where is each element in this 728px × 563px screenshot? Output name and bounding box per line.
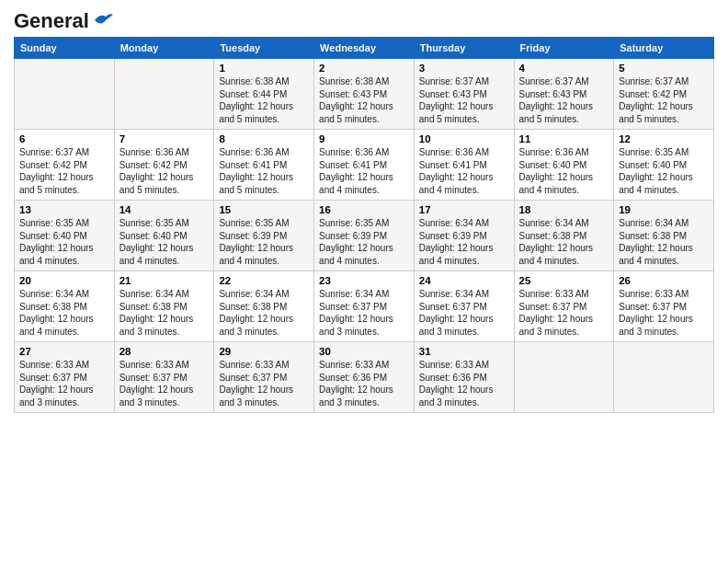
day-info: Sunrise: 6:36 AMSunset: 6:41 PMDaylight:… <box>419 146 509 196</box>
day-info: Sunrise: 6:33 AMSunset: 6:37 PMDaylight:… <box>219 359 309 408</box>
calendar-week-4: 20Sunrise: 6:34 AMSunset: 6:38 PMDayligh… <box>15 271 714 342</box>
day-number: 14 <box>119 204 210 215</box>
calendar-cell: 12Sunrise: 6:35 AMSunset: 6:40 PMDayligh… <box>614 130 714 201</box>
calendar-cell: 17Sunrise: 6:34 AMSunset: 6:39 PMDayligh… <box>414 201 514 271</box>
day-number: 23 <box>319 275 409 286</box>
day-number: 6 <box>19 133 109 144</box>
day-info: Sunrise: 6:34 AMSunset: 6:37 PMDaylight:… <box>319 288 409 338</box>
day-info: Sunrise: 6:33 AMSunset: 6:36 PMDaylight:… <box>319 359 409 408</box>
logo-bird-icon <box>93 11 113 28</box>
day-info: Sunrise: 6:33 AMSunset: 6:37 PMDaylight:… <box>119 359 210 408</box>
day-info: Sunrise: 6:35 AMSunset: 6:40 PMDaylight:… <box>619 146 709 196</box>
col-header-monday: Monday <box>114 38 214 59</box>
calendar-cell: 8Sunrise: 6:36 AMSunset: 6:41 PMDaylight… <box>214 130 314 201</box>
calendar-cell: 20Sunrise: 6:34 AMSunset: 6:38 PMDayligh… <box>15 271 115 342</box>
header: General <box>14 9 714 29</box>
day-info: Sunrise: 6:36 AMSunset: 6:41 PMDaylight:… <box>219 146 309 196</box>
calendar-cell: 4Sunrise: 6:37 AMSunset: 6:43 PMDaylight… <box>514 59 614 130</box>
day-number: 1 <box>219 63 309 74</box>
calendar-cell: 21Sunrise: 6:34 AMSunset: 6:38 PMDayligh… <box>114 271 214 342</box>
day-number: 2 <box>319 63 409 74</box>
calendar-cell: 26Sunrise: 6:33 AMSunset: 6:37 PMDayligh… <box>614 271 714 342</box>
col-header-saturday: Saturday <box>614 38 714 59</box>
calendar-cell: 9Sunrise: 6:36 AMSunset: 6:41 PMDaylight… <box>314 130 415 201</box>
calendar-cell: 23Sunrise: 6:34 AMSunset: 6:37 PMDayligh… <box>314 271 415 342</box>
day-info: Sunrise: 6:35 AMSunset: 6:40 PMDaylight:… <box>119 217 210 267</box>
calendar-cell: 18Sunrise: 6:34 AMSunset: 6:38 PMDayligh… <box>514 201 614 271</box>
day-number: 17 <box>419 204 509 215</box>
calendar-cell: 5Sunrise: 6:37 AMSunset: 6:42 PMDaylight… <box>614 59 714 130</box>
col-header-thursday: Thursday <box>414 38 514 59</box>
day-info: Sunrise: 6:36 AMSunset: 6:42 PMDaylight:… <box>119 146 210 196</box>
calendar-cell: 10Sunrise: 6:36 AMSunset: 6:41 PMDayligh… <box>414 130 514 201</box>
col-header-wednesday: Wednesday <box>314 38 415 59</box>
calendar-week-2: 6Sunrise: 6:37 AMSunset: 6:42 PMDaylight… <box>15 130 714 201</box>
calendar-cell: 27Sunrise: 6:33 AMSunset: 6:37 PMDayligh… <box>15 342 115 413</box>
calendar-cell: 28Sunrise: 6:33 AMSunset: 6:37 PMDayligh… <box>114 342 214 413</box>
calendar-cell <box>114 59 214 130</box>
day-info: Sunrise: 6:35 AMSunset: 6:40 PMDaylight:… <box>19 217 109 267</box>
day-info: Sunrise: 6:33 AMSunset: 6:36 PMDaylight:… <box>419 359 509 408</box>
calendar-cell: 2Sunrise: 6:38 AMSunset: 6:43 PMDaylight… <box>314 59 415 130</box>
calendar-cell: 11Sunrise: 6:36 AMSunset: 6:40 PMDayligh… <box>514 130 614 201</box>
day-info: Sunrise: 6:37 AMSunset: 6:42 PMDaylight:… <box>19 146 109 196</box>
calendar-cell: 24Sunrise: 6:34 AMSunset: 6:37 PMDayligh… <box>414 271 514 342</box>
day-info: Sunrise: 6:34 AMSunset: 6:38 PMDaylight:… <box>219 288 309 338</box>
day-number: 15 <box>219 204 309 215</box>
day-info: Sunrise: 6:37 AMSunset: 6:43 PMDaylight:… <box>519 75 609 125</box>
day-number: 12 <box>619 133 709 144</box>
day-number: 20 <box>19 275 109 286</box>
day-number: 31 <box>419 346 509 357</box>
day-number: 27 <box>19 346 109 357</box>
day-number: 25 <box>519 275 609 286</box>
day-info: Sunrise: 6:36 AMSunset: 6:41 PMDaylight:… <box>319 146 409 196</box>
calendar-header-row: SundayMondayTuesdayWednesdayThursdayFrid… <box>15 38 714 59</box>
day-info: Sunrise: 6:37 AMSunset: 6:43 PMDaylight:… <box>419 75 509 125</box>
col-header-friday: Friday <box>514 38 614 59</box>
calendar-week-3: 13Sunrise: 6:35 AMSunset: 6:40 PMDayligh… <box>15 201 714 271</box>
col-header-tuesday: Tuesday <box>214 38 314 59</box>
calendar-table: SundayMondayTuesdayWednesdayThursdayFrid… <box>14 37 714 413</box>
day-number: 24 <box>419 275 509 286</box>
day-info: Sunrise: 6:33 AMSunset: 6:37 PMDaylight:… <box>619 288 709 338</box>
day-info: Sunrise: 6:33 AMSunset: 6:37 PMDaylight:… <box>19 359 109 408</box>
day-number: 3 <box>419 63 509 74</box>
calendar-cell: 19Sunrise: 6:34 AMSunset: 6:38 PMDayligh… <box>614 201 714 271</box>
day-number: 28 <box>119 346 210 357</box>
page: General SundayMondayTuesdayWednesdayThur… <box>0 0 728 563</box>
calendar-cell: 25Sunrise: 6:33 AMSunset: 6:37 PMDayligh… <box>514 271 614 342</box>
day-info: Sunrise: 6:38 AMSunset: 6:44 PMDaylight:… <box>219 75 309 125</box>
calendar-cell: 16Sunrise: 6:35 AMSunset: 6:39 PMDayligh… <box>314 201 415 271</box>
calendar-cell: 1Sunrise: 6:38 AMSunset: 6:44 PMDaylight… <box>214 59 314 130</box>
day-number: 16 <box>319 204 409 215</box>
day-number: 10 <box>419 133 509 144</box>
day-info: Sunrise: 6:34 AMSunset: 6:38 PMDaylight:… <box>19 288 109 338</box>
day-number: 21 <box>119 275 210 286</box>
day-number: 5 <box>619 63 709 74</box>
day-number: 7 <box>119 133 210 144</box>
day-info: Sunrise: 6:34 AMSunset: 6:39 PMDaylight:… <box>419 217 509 267</box>
calendar-cell: 6Sunrise: 6:37 AMSunset: 6:42 PMDaylight… <box>15 130 115 201</box>
logo-general-text: General <box>14 9 89 33</box>
calendar-cell: 14Sunrise: 6:35 AMSunset: 6:40 PMDayligh… <box>114 201 214 271</box>
calendar-cell: 7Sunrise: 6:36 AMSunset: 6:42 PMDaylight… <box>114 130 214 201</box>
day-info: Sunrise: 6:35 AMSunset: 6:39 PMDaylight:… <box>219 217 309 267</box>
day-number: 11 <box>519 133 609 144</box>
day-number: 29 <box>219 346 309 357</box>
day-number: 19 <box>619 204 709 215</box>
day-number: 18 <box>519 204 609 215</box>
calendar-cell: 30Sunrise: 6:33 AMSunset: 6:36 PMDayligh… <box>314 342 415 413</box>
day-info: Sunrise: 6:37 AMSunset: 6:42 PMDaylight:… <box>619 75 709 125</box>
day-number: 30 <box>319 346 409 357</box>
day-number: 26 <box>619 275 709 286</box>
calendar-cell: 13Sunrise: 6:35 AMSunset: 6:40 PMDayligh… <box>15 201 115 271</box>
day-info: Sunrise: 6:34 AMSunset: 6:38 PMDaylight:… <box>519 217 609 267</box>
calendar-week-5: 27Sunrise: 6:33 AMSunset: 6:37 PMDayligh… <box>15 342 714 413</box>
day-info: Sunrise: 6:35 AMSunset: 6:39 PMDaylight:… <box>319 217 409 267</box>
day-info: Sunrise: 6:38 AMSunset: 6:43 PMDaylight:… <box>319 75 409 125</box>
calendar-cell: 22Sunrise: 6:34 AMSunset: 6:38 PMDayligh… <box>214 271 314 342</box>
calendar-cell: 29Sunrise: 6:33 AMSunset: 6:37 PMDayligh… <box>214 342 314 413</box>
day-info: Sunrise: 6:36 AMSunset: 6:40 PMDaylight:… <box>519 146 609 196</box>
calendar-cell <box>614 342 714 413</box>
calendar-cell <box>15 59 115 130</box>
